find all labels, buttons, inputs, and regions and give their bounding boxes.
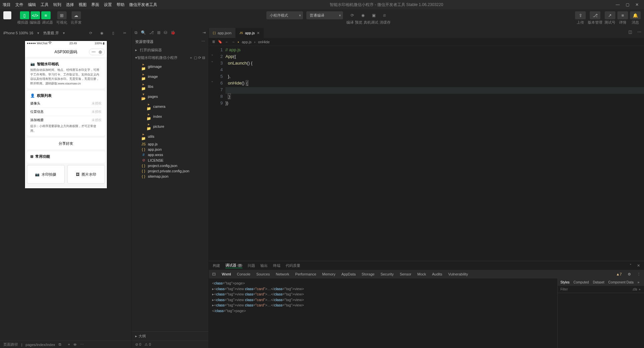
devtab-network[interactable]: Network xyxy=(276,272,289,276)
tree-index[interactable]: ▸ 📁index xyxy=(132,111,208,121)
test-button[interactable]: ↗ xyxy=(605,11,615,19)
sim-cut-icon[interactable]: ✂ xyxy=(121,29,128,37)
bt-tab-terminal[interactable]: 终端 xyxy=(273,263,280,268)
editor-button[interactable]: </> xyxy=(31,11,40,19)
menu-devtools[interactable]: 微信开发者工具 xyxy=(129,2,157,8)
editor-tab-app.js[interactable]: JSapp.js✕ xyxy=(235,28,264,38)
sim-eye-icon[interactable]: 👁 xyxy=(73,343,77,347)
bt-tab-problems[interactable]: 问题 xyxy=(248,263,255,268)
bt-tab-build[interactable]: 构建 xyxy=(213,263,220,268)
func-watermark-shoot[interactable]: 📷 水印拍摄 xyxy=(27,165,65,184)
dom-tree[interactable]: <class="tag">page> ▸<class="tag">view cl… xyxy=(209,278,557,348)
explorer-git-icon[interactable]: ⎇ xyxy=(149,30,154,35)
tree-app.json[interactable]: { }app.json xyxy=(132,147,208,152)
bt-collapse-icon[interactable]: ˅ xyxy=(630,263,632,268)
menu-help[interactable]: 帮助 xyxy=(117,2,125,8)
menu-settings[interactable]: 设置 xyxy=(104,2,112,8)
crumb-fwd-icon[interactable]: → xyxy=(231,40,235,44)
sim-refresh-icon[interactable]: ⟳ xyxy=(87,29,94,37)
menu-view[interactable]: 视图 xyxy=(79,2,87,8)
explorer-more-icon[interactable]: ⋯ xyxy=(201,39,205,44)
menu-file[interactable]: 文件 xyxy=(15,2,23,8)
dev-inspect-icon[interactable]: ⮹ xyxy=(212,272,216,276)
menu-project[interactable]: 项目 xyxy=(3,2,11,8)
editor-tab-app.json[interactable]: { }app.json xyxy=(209,28,235,38)
realdevice-button[interactable]: ▣ xyxy=(369,11,378,19)
perm-row[interactable]: 位置信息未授权 xyxy=(30,107,102,116)
menu-tools[interactable]: 工具 xyxy=(41,2,49,8)
sim-scene-icon[interactable]: ⌖ xyxy=(68,342,70,347)
hotreload-toggle[interactable]: 热重载 开 xyxy=(43,31,59,36)
new-folder-icon[interactable]: ▢ xyxy=(194,56,197,60)
tree-gitimage[interactable]: ▸ 📁gitimage xyxy=(132,62,208,72)
avatar[interactable] xyxy=(3,11,11,19)
dev-more-icon[interactable]: ⋮ xyxy=(637,272,641,276)
upload-button[interactable]: ⇧ xyxy=(575,11,586,19)
explorer-collapse-icon[interactable]: ⇥ xyxy=(202,30,206,35)
detail-button[interactable]: ≡ xyxy=(617,11,628,19)
devtab-sensor[interactable]: Sensor xyxy=(400,272,411,276)
tree-utils[interactable]: ▸ 📁utils xyxy=(132,131,208,141)
warning-count[interactable]: ⚠ 0 xyxy=(145,342,151,347)
tree-camera[interactable]: ▸ 📁camera xyxy=(132,101,208,111)
tree-pages[interactable]: ▾ 📂pages xyxy=(132,91,208,101)
func-image-watermark[interactable]: 🖼 图片水印 xyxy=(67,165,105,184)
error-count[interactable]: ⊘ 0 xyxy=(135,342,141,347)
preview-button[interactable]: ◉ xyxy=(358,11,368,19)
simulator-button[interactable]: ▯ xyxy=(20,11,29,19)
styles-tab-styles[interactable]: Styles xyxy=(560,280,569,284)
bt-tab-quality[interactable]: 代码质量 xyxy=(286,263,300,268)
devtab-audits[interactable]: Audits xyxy=(432,272,443,276)
tree-app.wxss[interactable]: #app.wxss xyxy=(132,152,208,157)
devtab-security[interactable]: Security xyxy=(381,272,394,276)
open-editors-section[interactable]: 打开的编辑器 xyxy=(140,48,162,53)
tree-image[interactable]: ▸ 📁image xyxy=(132,72,208,82)
menu-ui[interactable]: 界面 xyxy=(91,2,99,8)
visual-button[interactable]: ⊞ xyxy=(57,11,67,19)
styles-tab-computed[interactable]: Computed xyxy=(573,280,589,284)
tree-project.private.config.json[interactable]: { }project.private.config.json xyxy=(132,168,208,174)
collapse-tree-icon[interactable]: ⊟ xyxy=(202,56,205,60)
styles-tab-dataset[interactable]: Dataset xyxy=(593,280,604,284)
refresh-tree-icon[interactable]: ⟳ xyxy=(198,56,201,60)
devtab-console[interactable]: Console xyxy=(237,272,250,276)
capsule-close-icon[interactable]: ◎ xyxy=(98,50,103,54)
debugger-button[interactable]: ≡ xyxy=(41,11,51,19)
bt-close-icon[interactable]: ✕ xyxy=(637,263,640,268)
crumb-bookmark-icon[interactable]: 🔖 xyxy=(218,40,222,44)
explorer-ext-icon[interactable]: ⊞ xyxy=(157,30,161,35)
perm-row[interactable]: 添加相册未授权 xyxy=(30,116,102,124)
tree-project.config.json[interactable]: { }project.config.json xyxy=(132,163,208,168)
crumb-symbol[interactable]: onHide xyxy=(258,40,270,44)
device-select[interactable]: iPhone 5 100% 16 xyxy=(3,31,33,35)
tree-picture[interactable]: ▸ 📁picture xyxy=(132,121,208,131)
devtab-memory[interactable]: Memory xyxy=(322,272,336,276)
bt-tab-output[interactable]: 输出 xyxy=(260,263,268,268)
split-editor-icon[interactable]: ◫ xyxy=(625,28,635,36)
devtab-storage[interactable]: Storage xyxy=(362,272,375,276)
copy-path-icon[interactable]: ⧉ xyxy=(59,342,61,347)
tab-close-icon[interactable]: ✕ xyxy=(257,31,260,35)
explorer-db-icon[interactable]: ⛁ xyxy=(164,30,167,35)
close-icon[interactable]: ✕ xyxy=(635,2,639,7)
project-name[interactable]: 智能水印相机微信小程序 xyxy=(137,56,177,60)
crumb-back-icon[interactable]: ← xyxy=(225,40,229,44)
styles-tabs-more-icon[interactable]: » xyxy=(637,280,639,284)
styles-filter-input[interactable] xyxy=(560,287,594,291)
devtab-vulnerability[interactable]: Vulnerability xyxy=(448,272,468,276)
perm-row[interactable]: 摄像头未授权 xyxy=(30,99,102,107)
cloud-button[interactable]: ☁ xyxy=(72,11,81,19)
sim-more-icon[interactable]: ⋯ xyxy=(80,342,84,347)
code-editor[interactable]: ˅˅˅ 123456789 // app.jsApp({ onLaunch() … xyxy=(209,46,644,261)
dev-gear-icon[interactable]: ⚙ xyxy=(628,272,631,276)
devtab-mock[interactable]: Mock xyxy=(417,272,426,276)
tree-libs[interactable]: ▸ 📁libs xyxy=(132,82,208,91)
explorer-files-icon[interactable]: ⧉ xyxy=(135,30,138,35)
styles-add-icon[interactable]: ＋ xyxy=(638,287,641,291)
tree-app.js[interactable]: JSapp.js xyxy=(132,141,208,147)
compile-mode-select[interactable]: 普通编译 xyxy=(306,11,343,19)
tree-sitemap.json[interactable]: { }sitemap.json xyxy=(132,174,208,179)
mode-select[interactable]: 小程序模式 xyxy=(266,11,303,19)
message-button[interactable]: 🔔 xyxy=(630,11,641,19)
explorer-search-icon[interactable]: 🔍 xyxy=(141,30,146,35)
